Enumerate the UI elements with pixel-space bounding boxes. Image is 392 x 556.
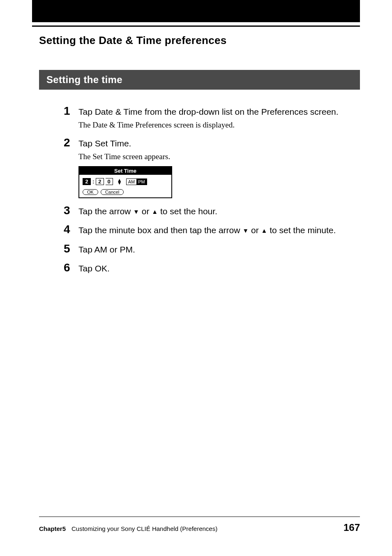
arrow-up-icon: ▲ xyxy=(152,208,158,215)
page-title: Setting the Date & Time preferences xyxy=(39,34,392,47)
step-5: 5 Tap AM or PM. xyxy=(64,244,360,255)
header-bar xyxy=(32,0,360,22)
time-colon: : xyxy=(92,178,94,185)
steps-list: 1 Tap Date & Time from the drop-down lis… xyxy=(64,106,360,274)
section-header: Setting the time xyxy=(39,70,360,90)
step-2: 2 Tap Set Time. The Set Time screen appe… xyxy=(64,138,360,198)
step-instruction: Tap the arrow ▼ or ▲ to set the hour. xyxy=(78,206,360,217)
step-result: The Date & Time Preferences screen is di… xyxy=(78,120,360,130)
ampm-toggle[interactable]: AM PM xyxy=(126,178,147,185)
dialog-title: Set Time xyxy=(79,167,171,175)
step-instruction: Tap the minute box and then tap the arro… xyxy=(78,225,360,236)
step-instruction: Tap Set Time. xyxy=(78,138,360,149)
cancel-button[interactable]: Cancel xyxy=(101,189,124,195)
footer-rule xyxy=(39,517,360,517)
set-time-screenshot: Set Time 2 : 20 ▲ ▼ AM PM xyxy=(78,166,172,198)
chapter-description: Customizing your Sony CLIÉ Handheld (Pre… xyxy=(71,525,217,532)
step-number: 3 xyxy=(64,205,78,216)
arrow-down-icon: ▼ xyxy=(133,208,139,215)
spinner-arrows[interactable]: ▲ ▼ xyxy=(117,179,122,184)
step-number: 1 xyxy=(64,105,78,117)
arrow-down-icon[interactable]: ▼ xyxy=(117,182,122,185)
footer-left: Chapter5 Customizing your Sony CLIÉ Hand… xyxy=(39,525,217,533)
ok-button[interactable]: OK xyxy=(83,189,98,195)
step-instruction: Tap OK. xyxy=(78,263,360,274)
page-footer: Chapter5 Customizing your Sony CLIÉ Hand… xyxy=(39,517,360,534)
chapter-label: Chapter5 xyxy=(39,525,66,532)
step-number: 2 xyxy=(64,137,78,148)
pm-option[interactable]: PM xyxy=(136,179,147,185)
step-number: 4 xyxy=(64,224,78,235)
am-option[interactable]: AM xyxy=(127,179,137,185)
step-4: 4 Tap the minute box and then tap the ar… xyxy=(64,225,360,236)
header-rule xyxy=(32,25,360,27)
arrow-down-icon: ▼ xyxy=(242,227,249,234)
minute-ones-field[interactable]: 0 xyxy=(106,178,113,185)
step-1: 1 Tap Date & Time from the drop-down lis… xyxy=(64,106,360,130)
step-number: 6 xyxy=(64,262,78,273)
step-number: 5 xyxy=(64,243,78,255)
arrow-up-icon: ▲ xyxy=(261,227,267,234)
step-result: The Set Time screen appears. xyxy=(78,152,360,162)
page-number: 167 xyxy=(344,522,360,533)
step-instruction: Tap Date & Time from the drop-down list … xyxy=(78,106,360,118)
hour-field[interactable]: 2 xyxy=(83,178,91,185)
minute-tens-field[interactable]: 2 xyxy=(96,178,104,185)
step-6: 6 Tap OK. xyxy=(64,263,360,274)
step-3: 3 Tap the arrow ▼ or ▲ to set the hour. xyxy=(64,206,360,217)
step-instruction: Tap AM or PM. xyxy=(78,244,360,255)
